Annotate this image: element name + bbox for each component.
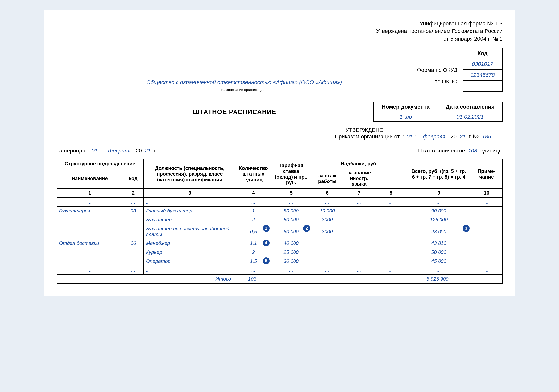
- cell-pos: Менеджер: [143, 239, 236, 248]
- totals-cell: [311, 275, 343, 284]
- doc-date-header: Дата составления: [438, 102, 502, 112]
- staff-count-value: 103: [467, 148, 479, 154]
- ellipsis-cell: ...: [57, 266, 123, 275]
- cell-a2: [343, 215, 375, 224]
- ellipsis-cell: ...: [236, 198, 271, 207]
- table-row: Курьер225 00050 000: [57, 248, 502, 257]
- cell-a3: [375, 248, 407, 257]
- ellipsis-cell: ...: [375, 198, 407, 207]
- okud-value: 0301017: [463, 59, 502, 70]
- cell-note: [471, 215, 502, 224]
- approval-prefix: Приказом организации от: [335, 133, 400, 140]
- empty-code-cell: [463, 81, 502, 91]
- annotation-badge: 5: [263, 257, 270, 264]
- colnum-1: 1: [57, 189, 123, 198]
- colnum-5: 5: [271, 189, 311, 198]
- cell-a3: [375, 224, 407, 239]
- cell-pos: Главный бухгалтер: [143, 207, 236, 215]
- ellipsis-row: ..............................: [57, 198, 502, 207]
- cell-code: [123, 224, 144, 239]
- ellipsis-cell: ...: [143, 198, 236, 207]
- cell-dept: Бухгалтерия: [57, 207, 123, 215]
- cell-a3: [375, 215, 407, 224]
- okpo-value: 12345678: [463, 70, 502, 81]
- ellipsis-cell: ...: [311, 198, 343, 207]
- approval-year-prefix: 20: [450, 133, 456, 140]
- table-row: Бухгалтер260 0003000126 000: [57, 215, 502, 224]
- period-year: 21: [143, 148, 152, 154]
- totals-row: Итого1035 925 900: [57, 275, 502, 284]
- ellipsis-cell: ...: [123, 198, 144, 207]
- cell-pos: Бухгалтер по расчету заработной платы: [143, 224, 236, 239]
- cell-note: [471, 248, 502, 257]
- cell-a1: [311, 248, 343, 257]
- cell-qty: 0,51: [236, 224, 271, 239]
- codes-section: Форма по ОКУД Общество с ограниченной от…: [57, 48, 503, 92]
- annotation-badge: 3: [463, 225, 470, 232]
- col-rate: Тарифная ставка (оклад) и пр., руб.: [271, 159, 311, 189]
- table-row: Бухгалтер по расчету заработной платы0,5…: [57, 224, 502, 239]
- cell-qty: 2: [236, 215, 271, 224]
- ellipsis-cell: ...: [471, 266, 502, 275]
- cell-a1: 3000: [311, 224, 343, 239]
- col-struct: Структурное подразделение: [57, 159, 143, 168]
- col-language: за знание иностр. языка: [343, 168, 375, 189]
- ellipsis-cell: ...: [311, 266, 343, 275]
- cell-dept: [57, 257, 123, 266]
- ellipsis-cell: ...: [271, 198, 311, 207]
- table-row: Оператор1,5530 00045 000: [57, 257, 502, 266]
- main-table: Структурное подразделение Должность (спе…: [57, 159, 503, 284]
- annotation-badge: 1: [263, 225, 270, 232]
- cell-total: 45 000: [407, 257, 471, 266]
- cell-total: 50 000: [407, 248, 471, 257]
- colnum-3: 3: [143, 189, 236, 198]
- cell-pos: Оператор: [143, 257, 236, 266]
- cell-pos: Бухгалтер: [143, 215, 236, 224]
- title-section: ШТАТНОЕ РАСПИСАНИЕ Номер документа Дата …: [57, 102, 503, 122]
- cell-total: 126 000: [407, 215, 471, 224]
- approval-year: 21: [458, 133, 467, 140]
- cell-a2: [343, 257, 375, 266]
- ellipsis-cell: ...: [271, 266, 311, 275]
- cell-dept: [57, 224, 123, 239]
- header-line-1: Унифицированная форма № Т-3: [57, 20, 503, 28]
- cell-rate: 25 000: [271, 248, 311, 257]
- approved-label: УТВЕРЖДЕНО: [57, 127, 493, 133]
- approval-block: УТВЕРЖДЕНО Приказом организации от “01” …: [57, 127, 503, 140]
- cell-code: [123, 248, 144, 257]
- cell-a1: [311, 257, 343, 266]
- table-row: Бухгалтерия03Главный бухгалтер180 00010 …: [57, 207, 502, 215]
- cell-code: [123, 215, 144, 224]
- colnum-10: 10: [471, 189, 502, 198]
- ellipsis-cell: ...: [407, 198, 471, 207]
- period-prefix: на период с: [57, 148, 87, 154]
- col-qty: Количе­ство штат­ных единиц: [236, 159, 271, 189]
- doc-title: ШТАТНОЕ РАСПИСАНИЕ: [57, 108, 363, 116]
- approval-year-suffix: г. №: [469, 133, 479, 140]
- ellipsis-cell: ...: [343, 266, 375, 275]
- period-year-suffix: г.: [154, 148, 156, 154]
- staff-count-suffix: единицы: [480, 148, 503, 154]
- doc-num-value: 1-шр: [374, 112, 438, 122]
- cell-code: [123, 257, 144, 266]
- period-month: февраля: [104, 148, 134, 154]
- ellipsis-cell: ...: [123, 266, 144, 275]
- cell-note: [471, 257, 502, 266]
- totals-cell: [375, 275, 407, 284]
- cell-total: 90 000: [407, 207, 471, 215]
- totals-cell: 103: [236, 275, 271, 284]
- totals-cell: 5 925 900: [407, 275, 471, 284]
- col-note: Приме­чание: [471, 159, 502, 189]
- cell-rate: 30 000: [271, 257, 311, 266]
- cell-qty: 1,55: [236, 257, 271, 266]
- cell-a3: [375, 207, 407, 215]
- cell-note: [471, 224, 502, 239]
- cell-rate: 80 000: [271, 207, 311, 215]
- col-position: Должность (специальность, профессия), ра…: [143, 159, 236, 189]
- staff-count-prefix: Штат в количестве: [418, 148, 465, 154]
- period-row: на период с “01” февраля 20 21 г. Штат в…: [57, 148, 503, 154]
- cell-rate: 50 0002: [271, 224, 311, 239]
- ellipsis-cell: ...: [57, 198, 123, 207]
- header-line-2: Утверждена постановлением Госкомстата Ро…: [57, 28, 503, 35]
- cell-qty: 1: [236, 207, 271, 215]
